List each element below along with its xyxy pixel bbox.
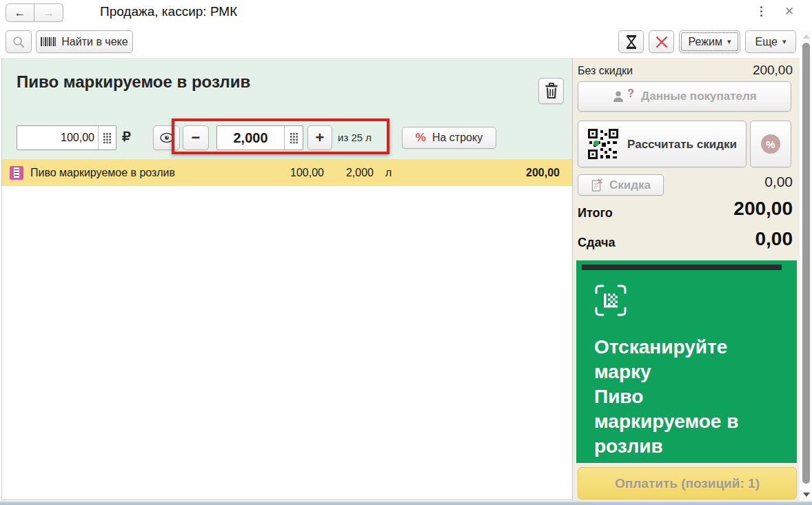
percent-circle-icon: % — [761, 134, 780, 154]
row-item-qty: 2,000 — [324, 167, 374, 179]
scroll-down-icon[interactable] — [803, 493, 810, 497]
scan-item-name: Пиво маркируемое в розлив — [594, 384, 775, 459]
keypad-icon — [103, 132, 112, 144]
eye-icon — [159, 132, 174, 143]
discount-label: Скидка — [609, 178, 651, 192]
calculate-discounts-button[interactable]: Рассчитать скидки — [578, 121, 747, 167]
customer-data-label: Данные покупателя — [641, 90, 757, 103]
navigation-buttons: ← → — [6, 3, 63, 22]
receipt-row-selected[interactable]: Пиво маркируемое в розлив 100,00 2,000 л… — [2, 159, 572, 186]
line-discount-button[interactable]: % На строку — [402, 127, 496, 149]
currency-symbol: ₽ — [122, 128, 131, 145]
search-button[interactable] — [6, 30, 32, 53]
barcode-icon — [41, 37, 56, 47]
quantity-increase-button[interactable]: + — [307, 125, 332, 150]
summary-panel: Без скидки 200,00 ? Данные покупателя — [573, 58, 800, 502]
scroll-up-icon[interactable] — [803, 34, 810, 39]
find-in-receipt-button[interactable]: Найти в чеке — [36, 30, 133, 53]
qr-code-icon — [587, 128, 619, 160]
row-item-unit: л — [374, 167, 400, 179]
back-button[interactable]: ← — [6, 3, 34, 22]
find-in-receipt-label: Найти в чеке — [61, 36, 128, 48]
toolbar: Найти в чеке Режим ▾ Еще ▾ — [0, 26, 812, 56]
forward-button[interactable]: → — [34, 3, 63, 22]
delete-item-button[interactable] — [538, 78, 564, 104]
mode-menu-button[interactable]: Режим ▾ — [679, 30, 740, 53]
person-icon — [612, 90, 625, 103]
quantity-keypad-button[interactable] — [284, 126, 303, 150]
keg-capacity-hint: из 25 л — [338, 132, 372, 143]
change-value: 0,00 — [755, 228, 793, 250]
row-item-total: 200,00 — [400, 167, 572, 179]
scan-prompt-text: Отсканируйте марку Пиво маркируемое в ро… — [594, 335, 775, 459]
chevron-down-icon: ▾ — [727, 37, 731, 46]
vertical-scrollbar[interactable] — [801, 30, 811, 502]
hourglass-icon — [625, 34, 638, 50]
row-item-price: 100,00 — [258, 167, 324, 179]
receipt-list[interactable]: Пиво маркируемое в розлив 100,00 2,000 л… — [2, 159, 572, 500]
scan-panel-top-strip — [582, 265, 782, 270]
current-item-panel: Пиво маркируемое в розлив — [2, 58, 572, 159]
item-controls-row: ₽ − + из 25 — [2, 125, 572, 150]
marking-icon — [10, 166, 23, 180]
no-discount-label: Без скидки — [578, 65, 633, 77]
more-menu-button[interactable]: Еще ▾ — [745, 30, 796, 53]
manual-discount-button[interactable]: % — [750, 121, 791, 167]
back-arrow-icon: ← — [14, 6, 26, 20]
trash-icon — [544, 83, 559, 99]
price-input[interactable] — [17, 126, 98, 150]
no-discount-row: Без скидки 200,00 — [578, 63, 793, 78]
mode-label: Режим — [689, 36, 722, 48]
quantity-decrease-button[interactable]: − — [183, 125, 209, 150]
scan-mark-panel: Отсканируйте марку Пиво маркируемое в ро… — [576, 260, 797, 463]
total-value: 200,00 — [733, 198, 793, 220]
price-field — [17, 125, 116, 150]
quantity-input[interactable] — [217, 126, 284, 150]
customer-data-button[interactable]: ? Данные покупателя — [578, 81, 791, 112]
postpone-button[interactable] — [618, 30, 644, 53]
calculate-discounts-label: Рассчитать скидки — [627, 137, 737, 152]
close-icon[interactable]: ✕ — [784, 4, 794, 19]
window-bottom-edge — [0, 502, 812, 505]
discount-value: 0,00 — [764, 174, 793, 190]
discount-document-icon — [591, 178, 603, 192]
question-icon: ? — [627, 87, 634, 100]
view-item-button[interactable] — [153, 125, 180, 150]
page-title: Продажа, кассир: РМК — [100, 4, 237, 19]
change-label: Сдача — [578, 236, 615, 250]
more-label: Еще — [755, 36, 778, 48]
forward-arrow-icon: → — [43, 6, 54, 20]
total-label: Итого — [578, 206, 613, 220]
no-discount-value: 200,00 — [753, 63, 793, 78]
scan-prompt: Отсканируйте марку — [594, 335, 775, 384]
chevron-down-icon: ▾ — [782, 37, 786, 46]
price-keypad-button[interactable] — [98, 126, 116, 150]
keypad-icon — [290, 132, 298, 144]
pay-button[interactable]: Оплатить (позиций: 1) — [578, 467, 797, 499]
red-cross-icon — [656, 36, 668, 48]
scrollbar-thumb[interactable] — [802, 43, 810, 484]
kebab-menu-icon[interactable] — [758, 6, 764, 17]
row-item-name: Пиво маркируемое в розлив — [30, 167, 258, 179]
cancel-receipt-button[interactable] — [649, 30, 674, 53]
item-heading: Пиво маркируемое в розлив — [17, 72, 250, 92]
line-discount-label: На строку — [432, 132, 483, 144]
search-icon — [12, 35, 26, 49]
title-bar: ← → Продажа, кассир: РМК ✕ — [0, 0, 812, 26]
quantity-field — [216, 125, 303, 150]
percent-icon: % — [416, 131, 426, 145]
discount-button[interactable]: Скидка — [578, 174, 664, 196]
datamatrix-scan-icon — [594, 284, 627, 317]
